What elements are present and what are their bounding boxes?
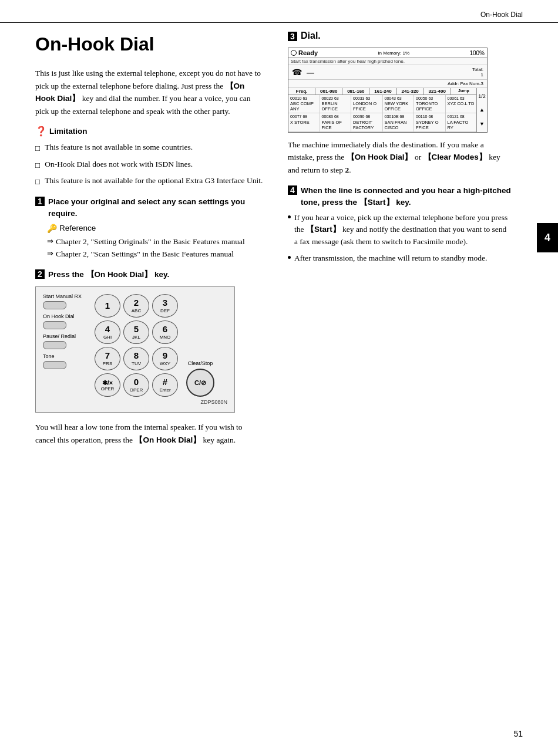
fax-cell-2-3[interactable]: 00090 68DETROIT FACTORY [351, 113, 383, 131]
fax-ready-circle [291, 50, 297, 56]
page-number: 51 [513, 729, 523, 738]
reference-section: 🔑 Reference ⇒ Chapter 2, "Setting Origin… [47, 224, 264, 261]
fax-cell-2-2[interactable]: 00083 68PARIS OF FICE [320, 113, 352, 131]
freq-tab-jump[interactable]: Jump [451, 88, 476, 95]
left-column: On-Hook Dial This is just like using the… [35, 29, 282, 452]
reference-title: 🔑 Reference [47, 224, 264, 233]
keypad-label: ZDPS080N [43, 399, 227, 405]
chapter-tab: 4 [537, 223, 558, 252]
tone-btn: Tone [43, 354, 90, 372]
fax-number-row: ☎ — Total: 1 [288, 65, 487, 80]
limitation-item-3: □ This feature is not available for the … [35, 175, 264, 188]
fax-data-row-1: 00010 63ABC COMP ANY 00020 63BERLIN OFFI… [288, 95, 476, 113]
right-column: 3 Dial. Ready In Memory: 1% 100% Start f… [282, 29, 511, 452]
key-6[interactable]: 6MNO [152, 320, 178, 344]
key-3[interactable]: 3DEF [152, 294, 178, 318]
on-hook-dial-btn: On Hook Dial [43, 314, 90, 332]
clear-stop-key[interactable]: C/⊘ [186, 369, 214, 397]
step-1-section: 1 Place your original and select any sca… [35, 196, 264, 261]
tone-key[interactable] [43, 361, 66, 369]
fax-freq-row: Freq. 001-080 081-160 161-240 241-320 32… [288, 88, 476, 95]
key-8[interactable]: 8TUV [123, 347, 149, 370]
bullet-text-2: After transmission, the machine will ret… [294, 252, 487, 264]
bullet-item-1: If you hear a voice, pick up the externa… [288, 212, 511, 248]
fax-cell-1-4[interactable]: 00043 63NEW YORK OFFICE [383, 95, 415, 113]
step-1-text: Place your original and select any scan … [48, 196, 264, 220]
step-3-section: 3 Dial. Ready In Memory: 1% 100% Start f… [288, 29, 511, 177]
key-star[interactable]: ✱/×OPER [95, 373, 120, 397]
ref-text-2: Chapter 2, "Scan Settings" in the Basic … [56, 248, 234, 261]
pause-redial-btn: Pause/ Redial [43, 334, 90, 352]
start-manual-rx-label: Start Manual RX [43, 294, 82, 300]
ref-text-1: Chapter 2, "Setting Originals" in the Ba… [56, 235, 245, 248]
bullet-dot-2 [288, 256, 291, 259]
fax-cell-1-1[interactable]: 00010 63ABC COMP ANY [288, 95, 320, 113]
limitation-item-2: □ On-Hook Dial does not work with ISDN l… [35, 158, 264, 171]
fax-cell-2-1[interactable]: 00077 68X STORE [288, 113, 320, 131]
pause-redial-key[interactable] [43, 341, 66, 349]
freq-tab-2[interactable]: 081-160 [342, 88, 369, 95]
fax-scroll-down[interactable]: ▼ [479, 121, 485, 127]
fax-screen-body: Freq. 001-080 081-160 161-240 241-320 32… [288, 88, 487, 132]
limitation-icon: ❓ [35, 126, 47, 137]
reference-item-2: ⇒ Chapter 2, "Scan Settings" in the Basi… [47, 248, 264, 261]
fax-cell-1-6[interactable]: 00061 63XYZ CO.L TD [446, 95, 477, 113]
keypad-left-buttons: Start Manual RX On Hook Dial Pause/ Redi… [43, 294, 90, 397]
keypad-grid: Start Manual RX On Hook Dial Pause/ Redi… [43, 294, 227, 397]
fax-screen-main: Freq. 001-080 081-160 161-240 241-320 32… [288, 88, 476, 132]
start-manual-rx-key[interactable] [43, 301, 66, 309]
freq-tab-4[interactable]: 241-320 [397, 88, 424, 95]
key-7[interactable]: 7PRS [95, 347, 120, 370]
fax-cell-2-4[interactable]: 03010E 68SAN FRAN CISCO [383, 113, 415, 131]
checkbox-sym-2: □ [35, 160, 40, 171]
key-0[interactable]: 0OPER [123, 373, 149, 397]
fax-instruction: Start fax transmission after you hear hi… [288, 58, 487, 65]
step-1-header: 1 Place your original and select any sca… [35, 196, 264, 220]
step-2-header: 2 Press the 【On Hook Dial】 key. [35, 269, 264, 281]
freq-tab-0[interactable]: Freq. [288, 88, 315, 95]
fax-scroll-up[interactable]: ▲ [479, 107, 485, 113]
key-9[interactable]: 9WXY [152, 347, 178, 370]
keypad-right-buttons: Clear/Stop C/⊘ [183, 294, 218, 397]
step-3-text: Dial. [301, 29, 321, 43]
start-manual-rx-btn: Start Manual RX [43, 294, 90, 312]
on-hook-dial-label: On Hook Dial [43, 314, 75, 320]
step-4-section: 4 When the line is connected and you hea… [288, 185, 511, 265]
fax-cell-1-3[interactable]: 00033 63LONDON O FFICE [351, 95, 383, 113]
key-4[interactable]: 4GHI [95, 320, 120, 344]
pause-redial-label: Pause/ Redial [43, 334, 76, 340]
bullet-text-1: If you hear a voice, pick up the externa… [294, 212, 511, 248]
step-2-number: 2 [35, 269, 45, 279]
key-5[interactable]: 5JKL [123, 320, 149, 344]
fax-ready-indicator: Ready [291, 49, 318, 56]
fax-screen: Ready In Memory: 1% 100% Start fax trans… [288, 48, 488, 133]
on-hook-dial-key[interactable] [43, 321, 66, 329]
limitation-section: ❓ Limitation □ This feature is not avail… [35, 126, 264, 188]
reference-item-1: ⇒ Chapter 2, "Setting Originals" in the … [47, 235, 264, 248]
fax-addr-row: Addr: Fax Num-3 [288, 80, 487, 88]
key-1[interactable]: 1 [95, 294, 120, 318]
step-3-header: 3 Dial. [288, 29, 511, 43]
fax-number-display: — [307, 68, 468, 77]
checkbox-sym-3: □ [35, 176, 40, 188]
fax-cell-2-5[interactable]: 00110 68SYDNEY O FFICE [414, 113, 446, 131]
fax-cell-1-2[interactable]: 00020 63BERLIN OFFICE [320, 95, 352, 113]
fax-cell-2-6[interactable]: 00121 68LA FACTO RY [446, 113, 477, 131]
header-title: On-Hook Dial [480, 11, 523, 19]
page-title: On-Hook Dial [35, 33, 264, 55]
freq-tab-3[interactable]: 161-240 [369, 88, 396, 95]
freq-tab-1[interactable]: 001-080 [315, 88, 342, 95]
fax-phone-icon: ☎ [292, 68, 302, 77]
limitation-title: ❓ Limitation [35, 126, 264, 137]
fax-side-buttons: 1/2 ▲ ▼ [476, 88, 487, 132]
numeric-keypad: 1 2ABC 3DEF 4GHI 5JKL [95, 294, 178, 397]
key-2[interactable]: 2ABC [123, 294, 149, 318]
freq-tab-5[interactable]: 321-400 [424, 88, 451, 95]
fax-total-label: Total: 1 [472, 67, 483, 77]
below-keypad-text: You will hear a low tone from the intern… [35, 421, 264, 446]
bullet-dot-1 [288, 215, 291, 218]
fax-cell-1-5[interactable]: 00050 63TORONTO OFFICE [414, 95, 446, 113]
step-4-text: When the line is connected and you hear … [301, 185, 511, 209]
fax-in-memory: In Memory: 1% [378, 50, 409, 56]
key-hash[interactable]: #Enter [152, 373, 178, 397]
